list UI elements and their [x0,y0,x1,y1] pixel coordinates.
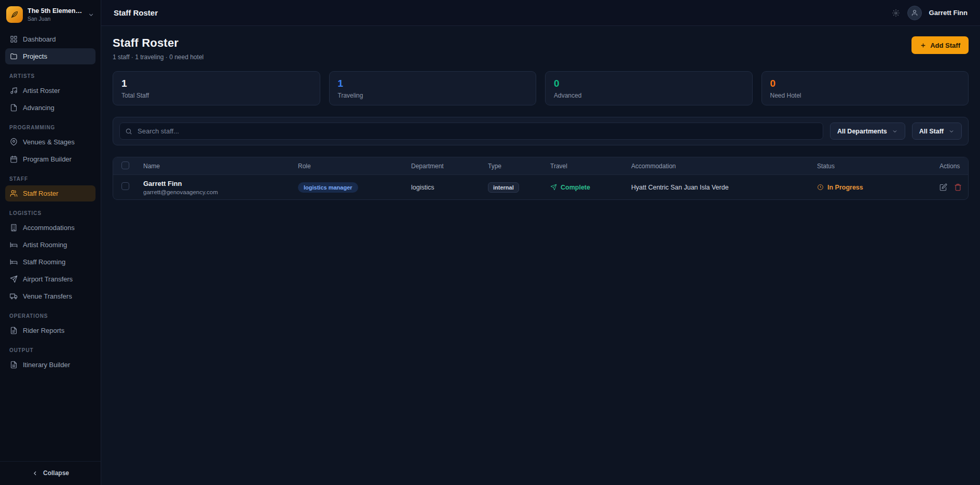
select-all-checkbox[interactable] [121,161,129,169]
sidebar-item-accommodations[interactable]: Accommodations [5,220,96,236]
sidebar-item-dashboard[interactable]: Dashboard [5,31,96,47]
sidebar-item-label: Staff Rooming [23,258,65,266]
page-subtitle: 1 staff · 1 traveling · 0 need hotel [113,53,203,61]
stat-label: Need Hotel [770,92,960,99]
department-cell: logistics [411,184,488,191]
column-header-role: Role [298,163,411,170]
content: Staff Roster 1 staff · 1 traveling · 0 n… [101,26,980,485]
building-icon [10,224,18,232]
status-cell: In Progress [817,184,940,191]
section-label-output: OUTPUT [5,340,96,357]
sidebar-item-label: Itinerary Builder [23,361,70,369]
sidebar-item-rider-reports[interactable]: Rider Reports [5,322,96,339]
section-label-operations: OPERATIONS [5,305,96,322]
filter-bar: All Departments All Staff [113,117,969,145]
sidebar-item-label: Venues & Stages [23,138,75,146]
calendar-icon [10,155,18,163]
collapse-button[interactable]: Collapse [0,461,101,485]
clock-icon [817,184,824,191]
sidebar-item-projects[interactable]: Projects [5,48,96,64]
chevron-down-icon [892,128,898,134]
column-header-department: Department [411,163,488,170]
truck-icon [10,292,18,300]
sidebar-item-advancing[interactable]: Advancing [5,100,96,116]
section-label-programming: PROGRAMMING [5,117,96,134]
status-badge: In Progress [827,184,863,191]
search-input[interactable] [119,123,823,140]
sidebar-item-artist-roster[interactable]: Artist Roster [5,83,96,99]
user-name: Garrett Finn [929,9,968,17]
staff-table: Name Role Department Type Travel Accommo… [113,157,969,200]
sidebar-item-staff-roster[interactable]: Staff Roster [5,185,96,201]
column-header-type: Type [488,163,550,170]
add-staff-button[interactable]: Add Staff [911,36,969,54]
add-staff-label: Add Staff [930,42,960,49]
plane-icon [550,184,557,191]
settings-icon[interactable] [892,9,900,17]
column-header-status: Status [817,163,940,170]
sidebar-item-label: Artist Rooming [23,241,67,249]
stat-card-total-staff: 1 Total Staff [113,71,320,105]
travel-cell: Complete [550,184,631,191]
sidebar-item-airport-transfers[interactable]: Airport Transfers [5,271,96,287]
dashboard-icon [10,35,18,43]
sidebar-item-label: Advancing [23,104,55,112]
music-icon [10,87,18,95]
stat-value: 1 [338,78,528,89]
folder-icon [10,52,18,60]
column-header-travel: Travel [550,163,631,170]
avatar[interactable] [907,6,922,20]
top-bar: Staff Roster Garrett Finn [101,0,980,26]
document-icon [10,104,18,112]
edit-button[interactable] [940,183,947,191]
staff-filter-dropdown[interactable]: All Staff [912,123,962,140]
stat-value: 1 [121,78,311,89]
stat-value: 0 [770,78,960,89]
department-filter-value: All Departments [837,128,887,135]
delete-button[interactable] [954,183,962,191]
sidebar-item-label: Rider Reports [23,327,64,334]
search-icon [125,128,132,135]
sidebar: The 5th Element F... San Juan Dashboard … [0,0,101,485]
travel-status: Complete [561,184,590,191]
user-icon [911,9,918,17]
chevron-down-icon [88,11,94,18]
staff-name: Garrett Finn [143,180,298,187]
sidebar-item-label: Projects [23,52,47,60]
section-label-logistics: LOGISTICS [5,203,96,220]
sidebar-nav: Dashboard Projects ARTISTS Artist Roster… [0,30,101,461]
sidebar-item-program-builder[interactable]: Program Builder [5,151,96,167]
stat-card-need-hotel: 0 Need Hotel [761,71,969,105]
stat-label: Traveling [338,92,528,99]
bed-icon [10,241,18,249]
chevron-left-icon [32,470,38,477]
row-checkbox[interactable] [121,182,129,190]
sidebar-item-label: Artist Roster [23,87,60,95]
department-filter-dropdown[interactable]: All Departments [830,123,905,140]
collapse-label: Collapse [43,469,69,477]
section-label-artists: ARTISTS [5,65,96,83]
accommodation-cell: Hyatt Centric San Juan Isla Verde [631,184,817,191]
table-header: Name Role Department Type Travel Accommo… [113,157,968,175]
sidebar-item-venue-transfers[interactable]: Venue Transfers [5,288,96,304]
sidebar-item-itinerary-builder[interactable]: Itinerary Builder [5,357,96,373]
topbar-title: Staff Roster [114,8,158,17]
column-header-actions: Actions [940,163,961,170]
sidebar-item-artist-rooming[interactable]: Artist Rooming [5,237,96,253]
stat-label: Total Staff [121,92,311,99]
column-header-name: Name [143,163,298,170]
file-list-icon [10,361,18,369]
page-title: Staff Roster [113,36,203,50]
stat-label: Advanced [554,92,744,99]
plane-icon [10,275,18,283]
org-switcher[interactable]: The 5th Element F... San Juan [0,0,101,30]
main-area: Staff Roster Garrett Finn Staff Roster 1… [101,0,980,485]
sidebar-item-venues-stages[interactable]: Venues & Stages [5,134,96,150]
type-badge: internal [488,182,519,193]
stat-card-advanced: 0 Advanced [545,71,753,105]
trash-icon [954,183,962,191]
map-pin-icon [10,138,18,146]
stat-card-traveling: 1 Traveling [329,71,537,105]
staff-filter-value: All Staff [919,128,944,135]
sidebar-item-staff-rooming[interactable]: Staff Rooming [5,254,96,270]
